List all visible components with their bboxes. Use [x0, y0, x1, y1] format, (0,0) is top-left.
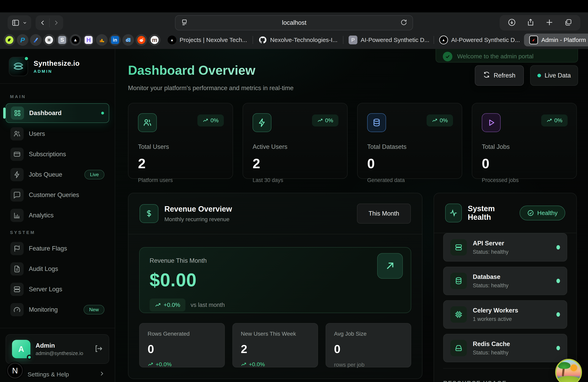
forward-button[interactable]: [52, 19, 59, 26]
tab-admin-active[interactable]: Admin - Platform Mana...: [524, 34, 588, 46]
sidebar-item-customer-queries[interactable]: Customer Queries: [6, 186, 109, 204]
stat-card-total-jobs[interactable]: 0% Total Jobs 0 Processed jobs: [472, 103, 577, 179]
new-tab-icon[interactable]: [545, 18, 554, 27]
stat-sub: Generated data: [367, 177, 452, 183]
health-title: System Health: [468, 204, 514, 222]
pinned-tab-outlook[interactable]: [122, 34, 134, 46]
sidebar-item-dashboard[interactable]: Dashboard: [6, 103, 109, 123]
sidebar-item-analytics[interactable]: Analytics: [6, 206, 109, 225]
service-row-api-server[interactable]: API Server Status: healthy: [443, 233, 567, 262]
tab-overview-icon[interactable]: [564, 18, 572, 27]
service-row-database[interactable]: Database Status: healthy: [443, 267, 567, 295]
tab-github-repo[interactable]: Nexolve-Technologies-I...: [253, 34, 343, 46]
tab-synthetic-p[interactable]: P AI-Powered Synthetic D...: [343, 34, 434, 46]
main-content: Welcome to the admin portal Dashboard Ov…: [115, 49, 588, 382]
tab-projects[interactable]: ▲ Projects | Nexolve Tech...: [162, 34, 252, 46]
mini-delta: +0.0%: [241, 361, 310, 368]
lower-panels: Revenue Overview Monthly recurring reven…: [115, 179, 588, 382]
pinned-tab-analytics[interactable]: [96, 34, 108, 46]
mini-value: 0: [147, 342, 216, 356]
tab-synthetic-vercel[interactable]: ▲ AI-Powered Synthetic D...: [434, 34, 524, 46]
user-card[interactable]: A Admin admin@synthesize.io: [6, 334, 109, 364]
service-name: Database: [473, 273, 509, 281]
tab-title: Nexolve-Technologies-I...: [270, 37, 337, 43]
stat-card-total-datasets[interactable]: 0% Total Datasets 0 Generated data: [357, 103, 462, 179]
address-bar[interactable]: localhost: [175, 15, 413, 30]
revenue-delta-badge: +0.0%: [150, 299, 185, 311]
pinned-tab-bird[interactable]: [4, 34, 15, 46]
mini-card-avg-job-size[interactable]: Avg Job Size 0 rows per job: [326, 323, 411, 367]
sidebar-item-users[interactable]: Users: [6, 124, 109, 143]
stat-label: Total Datasets: [367, 143, 452, 151]
logout-icon[interactable]: [94, 344, 103, 354]
pinned-tab-arrow[interactable]: [30, 34, 42, 46]
mini-card-rows-generated[interactable]: Rows Generated 0 +0.0%: [139, 323, 225, 367]
github-icon: [258, 36, 267, 44]
pinned-tab-openai[interactable]: ✳: [43, 34, 55, 46]
reader-view-icon[interactable]: [181, 19, 188, 27]
database-icon: [367, 113, 386, 132]
mini-value: 0: [334, 342, 403, 356]
delta-badge: 0%: [197, 115, 224, 126]
active-dot: [101, 112, 104, 115]
tab-title: Projects | Nexolve Tech...: [180, 37, 247, 43]
vercel-icon: ▲: [439, 36, 448, 44]
revenue-panel: Revenue Overview Monthly recurring reven…: [128, 193, 422, 379]
mini-stats-row: Rows Generated 0 +0.0% New Users This We…: [128, 313, 422, 379]
sidebar-toggle-button[interactable]: [8, 15, 31, 30]
pinned-tab-heroicons[interactable]: H: [83, 34, 94, 46]
section-label-main: MAIN: [10, 94, 109, 99]
mini-card-new-users[interactable]: New Users This Week 2 +0.0%: [232, 323, 318, 367]
url-text[interactable]: localhost: [188, 19, 400, 26]
stat-card-active-users[interactable]: 0% Active Users 2 Last 30 days: [243, 103, 348, 179]
chat-icon: [10, 188, 24, 202]
sidebar-item-audit-logs[interactable]: Audit Logs: [6, 260, 109, 278]
health-dot: [556, 279, 560, 283]
healthy-badge: Healthy: [520, 206, 565, 220]
pinned-tab-reddit[interactable]: [136, 34, 147, 46]
pinned-tab-linkedin[interactable]: in: [109, 34, 121, 46]
live-dot-icon: [537, 74, 541, 77]
service-row-redis-cache[interactable]: Redis Cache Status: healthy: [443, 334, 567, 362]
hard-drive-icon: [450, 340, 467, 356]
stat-card-total-users[interactable]: 0% Total Users 2 Platform users: [128, 103, 233, 179]
sidebar-item-jobs-queue[interactable]: Jobs Queue Live: [6, 165, 109, 184]
reload-icon[interactable]: [400, 19, 407, 27]
back-button[interactable]: [40, 19, 46, 26]
user-name: Admin: [36, 342, 83, 349]
nextjs-dev-badge-letter: N: [12, 366, 18, 375]
tab-title: Admin - Platform Mana...: [541, 37, 588, 43]
sidebar-item-subscriptions[interactable]: Subscriptions: [6, 145, 109, 164]
toast[interactable]: Welcome to the admin portal: [436, 49, 578, 62]
credit-card-icon: [10, 148, 24, 161]
sidebar-item-monitoring[interactable]: Monitoring New: [6, 300, 109, 319]
dashboard-grid-icon: [11, 107, 24, 120]
stat-label: Total Users: [138, 143, 223, 151]
nextjs-dev-badge[interactable]: N: [7, 363, 23, 378]
sidebar-item-feature-flags[interactable]: Feature Flags: [6, 239, 109, 258]
resource-usage-label: RESOURCE USAGE: [443, 380, 576, 382]
share-icon[interactable]: [526, 18, 535, 27]
tab-title: AI-Powered Synthetic D...: [361, 37, 429, 43]
live-data-button[interactable]: Live Data: [530, 65, 578, 86]
period-select[interactable]: This Month: [357, 204, 411, 224]
pinned-tab-s-app[interactable]: S: [56, 34, 68, 46]
sidebar-footer: A Admin admin@synthesize.io Settings & H…: [0, 328, 115, 382]
users-icon: [138, 113, 157, 132]
sidebar-item-label: Audit Logs: [29, 265, 58, 272]
avatar: A: [12, 340, 30, 358]
downloads-icon[interactable]: [508, 18, 516, 27]
mini-label: New Users This Week: [241, 331, 310, 337]
check-circle-icon: [527, 210, 534, 216]
sidebar-item-server-logs[interactable]: Server Logs: [6, 280, 109, 299]
p-letter-icon: P: [349, 36, 357, 44]
pinned-tab-paypal[interactable]: P: [17, 34, 28, 46]
arrow-up-right-icon: [384, 260, 396, 271]
open-revenue-button[interactable]: [377, 253, 403, 279]
service-row-celery-workers[interactable]: Celery Workers 1 workers active: [443, 300, 567, 329]
pinned-tab-mastodon[interactable]: m: [149, 34, 160, 46]
sidebar-item-label: Dashboard: [29, 110, 62, 117]
pinned-tab-vercel[interactable]: ▲: [70, 34, 81, 46]
trending-up-icon: [317, 118, 323, 123]
refresh-button[interactable]: Refresh: [475, 65, 524, 86]
